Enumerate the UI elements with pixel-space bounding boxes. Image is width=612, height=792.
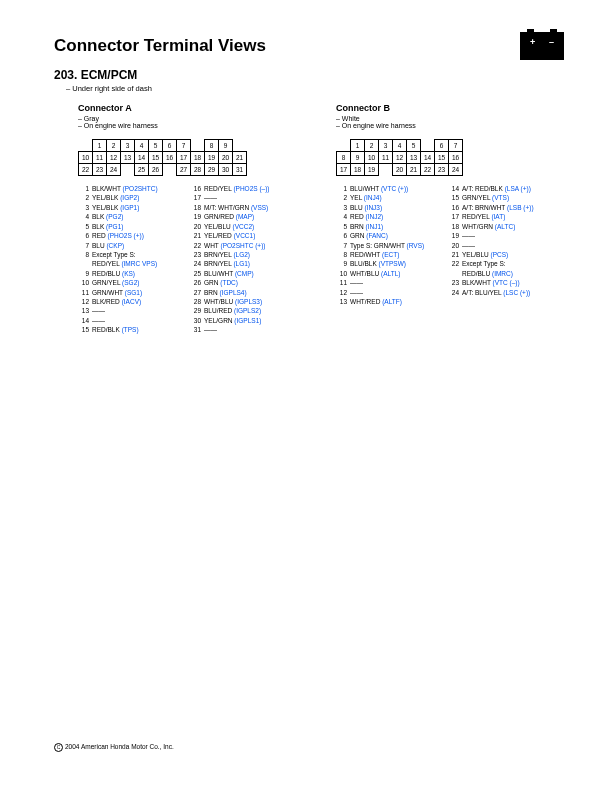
connector-a-pins: 1BLK/WHT (PO2SHTC)2YEL/BLK (IGP2)3YEL/BL…: [78, 184, 290, 335]
page-title: Connector Terminal Views: [54, 36, 266, 56]
connector-title: Connector A: [78, 103, 290, 113]
connector-a-grid: 1234567891011121314151617181920212223242…: [78, 139, 247, 176]
footer-copyright: C2004 American Honda Motor Co., Inc.: [54, 743, 174, 752]
section-location: – Under right side of dash: [66, 84, 564, 93]
connector-b: Connector B – White– On engine wire harn…: [336, 103, 548, 335]
connector-b-grid: 123456789101112131415161718192021222324: [336, 139, 477, 176]
battery-icon: +–: [520, 32, 564, 60]
section-heading: 203. ECM/PCM: [54, 68, 564, 82]
connector-meta: – Gray– On engine wire harness: [78, 115, 290, 129]
connector-meta: – White– On engine wire harness: [336, 115, 548, 129]
connector-title: Connector B: [336, 103, 548, 113]
connector-b-pins: 1BLU/WHT (VTC (+))2YEL (INJ4)3BLU (INJ3)…: [336, 184, 548, 306]
connector-a: Connector A – Gray– On engine wire harne…: [78, 103, 290, 335]
